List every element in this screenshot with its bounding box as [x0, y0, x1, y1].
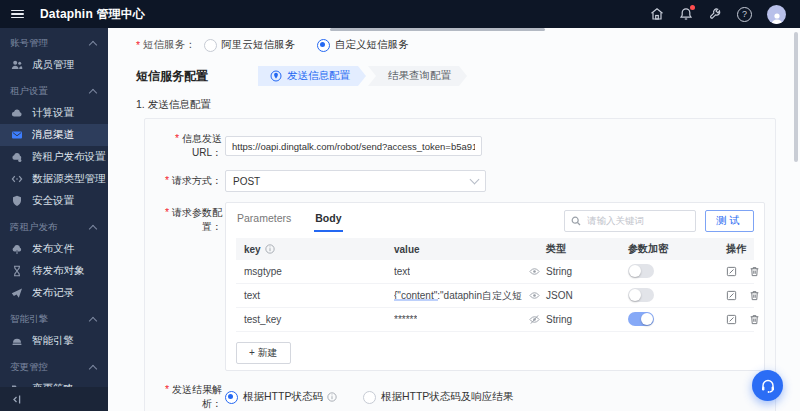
required-marker — [136, 39, 143, 51]
sidebar-item-compute-settings[interactable]: 计算设置 — [0, 102, 108, 124]
test-button[interactable]: 测试 — [705, 210, 754, 232]
url-row: 信息发送URL： — [145, 132, 775, 160]
step-result-query-config[interactable]: 结果查询配置 — [368, 66, 467, 86]
radio-http-status-and-response[interactable]: 根据HTTP状态码及响应结果 — [363, 390, 513, 404]
tab-body[interactable]: Body — [314, 209, 342, 232]
sidebar-section-account[interactable]: 账号管理 — [0, 28, 108, 54]
sms-service-row: 短信服务： 阿里云短信服务 自定义短信服务 — [108, 28, 800, 52]
required-marker — [175, 133, 182, 144]
collapse-sidebar-button[interactable] — [0, 387, 108, 411]
sidebar-item-members[interactable]: 成员管理 — [0, 54, 108, 76]
eye-off-icon[interactable] — [529, 314, 540, 325]
delete-icon[interactable] — [749, 290, 760, 301]
eye-icon[interactable] — [529, 290, 540, 301]
edit-icon[interactable] — [726, 266, 737, 277]
code-icon — [11, 173, 23, 185]
chevron-up-icon — [89, 41, 97, 49]
step-send-config[interactable]: 发送信息配置 — [258, 66, 366, 86]
required-marker — [165, 207, 172, 218]
edit-icon[interactable] — [726, 314, 737, 325]
encrypt-toggle[interactable] — [628, 312, 654, 326]
url-label: 信息发送URL： — [182, 133, 222, 158]
hourglass-icon — [11, 265, 23, 277]
cloud-icon — [11, 107, 23, 119]
sidebar-section-smart-engine[interactable]: 智能引擎 — [0, 304, 108, 330]
encrypt-toggle[interactable] — [628, 264, 654, 278]
radio-icon[interactable] — [317, 39, 330, 52]
params-row: 请求参数配置： Parameters Body 测试 — [145, 202, 775, 371]
params-tabs: Parameters Body — [236, 209, 343, 232]
sidebar-item-publish-files[interactable]: 发布文件 — [0, 238, 108, 260]
result-parse-label: 发送结果解析： — [172, 384, 222, 409]
main-content: 短信服务： 阿里云短信服务 自定义短信服务 短信服务配置 发送信息配置 结果查询… — [108, 28, 800, 411]
method-row: 请求方式： POST — [145, 170, 775, 192]
keyword-search[interactable] — [564, 210, 696, 232]
edit-icon[interactable] — [726, 290, 737, 301]
params-table: key value 类型 参数加密 操作 msgtype text — [236, 238, 754, 332]
table-row: test_key ****** String — [236, 308, 754, 332]
eye-icon[interactable] — [529, 266, 540, 277]
send-url-input[interactable] — [225, 136, 482, 156]
table-row: msgtype text String — [236, 260, 754, 284]
table-header: key value 类型 参数加密 操作 — [236, 238, 754, 260]
help-icon[interactable]: ? — [737, 7, 752, 22]
table-row: text {"content":"dataphin自定义短信服务，消息渠道 JS… — [236, 284, 754, 308]
chevron-up-icon — [89, 89, 97, 97]
request-method-select[interactable]: POST — [225, 170, 486, 192]
engine-icon — [11, 335, 23, 347]
tab-parameters[interactable]: Parameters — [236, 209, 292, 232]
selected-method: POST — [233, 176, 260, 187]
search-input[interactable] — [585, 214, 689, 227]
radio-aliyun-sms[interactable]: 阿里云短信服务 — [204, 38, 296, 52]
delete-icon[interactable] — [749, 314, 760, 325]
vertical-scrollbar-thumb[interactable] — [794, 32, 798, 162]
result-parse-row: 发送结果解析： 根据HTTP状态码 根据HTTP状态码及响应结果 — [145, 383, 775, 411]
radio-icon[interactable] — [363, 391, 376, 404]
menu-icon[interactable] — [0, 10, 34, 19]
notification-bell-icon[interactable] — [679, 7, 693, 21]
sidebar-item-security-settings[interactable]: 安全设置 — [0, 190, 108, 212]
send-config-box: 信息发送URL： 请求方式： POST 请求参数配置： Parameters — [144, 118, 776, 411]
sms-service-label: 短信服务： — [143, 38, 196, 52]
encrypt-toggle[interactable] — [628, 288, 654, 302]
config-steps: 发送信息配置 结果查询配置 — [258, 66, 467, 86]
home-icon[interactable] — [650, 7, 664, 21]
cloud-sync-icon — [11, 151, 23, 163]
sidebar-item-cross-tenant-publish-settings[interactable]: 跨租户发布设置 — [0, 146, 108, 168]
radio-icon[interactable] — [204, 39, 217, 52]
params-label: 请求参数配置： — [172, 207, 222, 232]
shield-icon — [11, 195, 23, 207]
sidebar: 账号管理 成员管理 租户设置 计算设置 消息渠道 跨租 — [0, 28, 108, 411]
sidebar-item-smart-engine[interactable]: 智能引擎 — [0, 330, 108, 352]
top-header: Dataphin 管理中心 ? — [0, 0, 800, 28]
new-param-button[interactable]: + 新建 — [236, 342, 291, 364]
sidebar-item-publish-records[interactable]: 发布记录 — [0, 282, 108, 304]
sidebar-item-pending-objects[interactable]: 待发布对象 — [0, 260, 108, 282]
required-marker — [165, 175, 172, 186]
customer-service-button[interactable] — [752, 370, 783, 401]
sms-config-header: 短信服务配置 发送信息配置 结果查询配置 — [136, 66, 800, 86]
chevron-up-icon — [89, 225, 97, 233]
radio-http-status[interactable]: 根据HTTP状态码 — [225, 390, 337, 404]
tools-icon[interactable] — [708, 7, 722, 21]
send-icon — [11, 287, 23, 299]
sidebar-item-datasource-type[interactable]: 数据源类型管理 — [0, 168, 108, 190]
sidebar-item-message-channel[interactable]: 消息渠道 — [0, 124, 108, 146]
user-avatar[interactable] — [767, 5, 786, 24]
method-label: 请求方式： — [172, 175, 222, 186]
headset-icon — [759, 377, 777, 395]
required-marker — [165, 384, 172, 395]
horizontal-scrollbar-thumb[interactable] — [330, 28, 545, 31]
radio-custom-sms[interactable]: 自定义短信服务 — [317, 38, 409, 52]
collapse-icon — [11, 394, 22, 405]
app-title: Dataphin 管理中心 — [40, 6, 145, 23]
info-icon — [265, 244, 275, 254]
chevron-down-icon — [470, 175, 480, 185]
delete-icon[interactable] — [749, 266, 760, 277]
sidebar-section-change-control[interactable]: 变更管控 — [0, 352, 108, 378]
radio-icon[interactable] — [225, 391, 238, 404]
sidebar-section-tenant[interactable]: 租户设置 — [0, 76, 108, 102]
pin-icon — [270, 70, 282, 82]
sidebar-section-cross-tenant-publish[interactable]: 跨租户发布 — [0, 212, 108, 238]
info-icon[interactable] — [327, 392, 337, 402]
